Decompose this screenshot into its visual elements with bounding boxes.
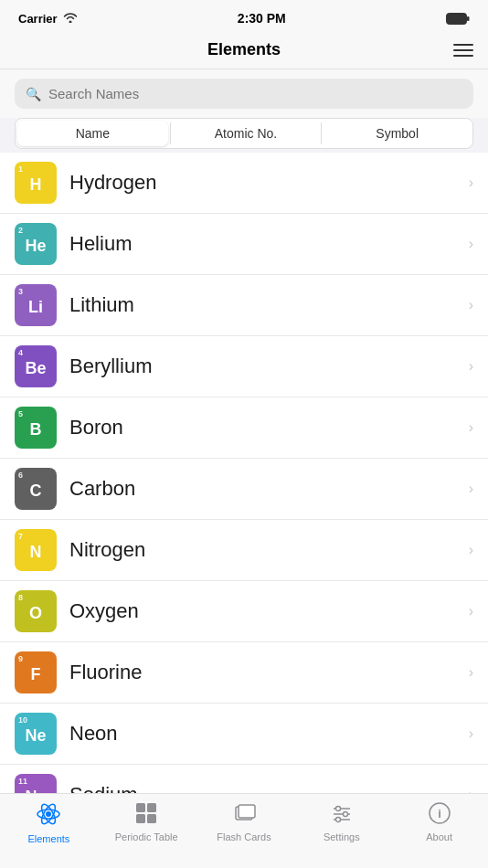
element-symbol: H <box>30 175 42 195</box>
segment-symbol[interactable]: Symbol <box>322 119 472 148</box>
status-time: 2:30 PM <box>238 11 286 26</box>
element-tile: 9 F <box>15 651 57 693</box>
element-symbol: Li <box>28 298 43 317</box>
chevron-right-icon: › <box>469 603 473 619</box>
status-battery <box>446 13 470 25</box>
tab-settings[interactable]: Settings <box>292 801 390 842</box>
element-tile: 3 Li <box>15 284 57 326</box>
page-title: Elements <box>207 40 281 59</box>
element-row[interactable]: 1 H Hydrogen › <box>0 153 488 214</box>
flash-cards-icon <box>232 801 256 829</box>
element-name: Lithium <box>69 293 469 317</box>
element-row[interactable]: 7 N Nitrogen › <box>0 520 488 581</box>
svg-point-15 <box>335 807 340 811</box>
tab-settings-label: Settings <box>324 831 360 842</box>
element-number: 8 <box>18 593 23 602</box>
elements-list: 1 H Hydrogen › 2 He Helium › 3 Li Lithiu… <box>0 153 488 794</box>
element-number: 3 <box>18 287 23 296</box>
segment-name[interactable]: Name <box>17 121 168 146</box>
element-tile: 11 Na <box>15 774 57 794</box>
element-name: Beryllium <box>69 355 469 378</box>
element-name: Hydrogen <box>69 171 469 195</box>
element-name: Carbon <box>69 477 469 501</box>
tab-flash-cards[interactable]: Flash Cards <box>196 801 293 842</box>
element-name: Oxygen <box>69 599 469 623</box>
element-symbol: Be <box>25 359 46 378</box>
element-symbol: B <box>30 420 42 439</box>
svg-rect-0 <box>447 13 467 24</box>
element-row[interactable]: 3 Li Lithium › <box>0 275 488 336</box>
chevron-right-icon: › <box>469 236 473 252</box>
element-row[interactable]: 11 Na Sodium › <box>0 765 488 794</box>
svg-rect-9 <box>147 814 156 823</box>
menu-button[interactable] <box>453 44 473 57</box>
about-icon: i <box>428 801 451 829</box>
tab-bar: Elements Periodic Table Flash Cards <box>0 793 488 868</box>
element-symbol: N <box>30 543 42 562</box>
wifi-icon <box>63 12 78 26</box>
element-tile: 6 C <box>15 468 57 510</box>
tab-periodic-label: Periodic Table <box>115 831 178 842</box>
tab-flash-cards-label: Flash Cards <box>217 831 271 842</box>
search-icon: 🔍 <box>26 87 41 101</box>
element-tile: 1 H <box>15 162 57 204</box>
element-tile: 8 O <box>15 590 57 632</box>
segment-atomic-no[interactable]: Atomic No. <box>171 119 322 148</box>
element-symbol: F <box>31 665 41 684</box>
svg-rect-1 <box>467 16 470 21</box>
settings-icon <box>330 801 354 829</box>
element-row[interactable]: 10 Ne Neon › <box>0 704 488 765</box>
tab-elements-label: Elements <box>27 833 69 844</box>
element-number: 9 <box>18 654 23 663</box>
chevron-right-icon: › <box>469 175 473 191</box>
element-name: Nitrogen <box>69 538 469 562</box>
element-tile: 2 He <box>15 223 57 265</box>
element-row[interactable]: 4 Be Beryllium › <box>0 336 488 397</box>
element-symbol: He <box>25 237 46 256</box>
chevron-right-icon: › <box>469 481 473 497</box>
search-input[interactable] <box>48 86 462 101</box>
status-carrier: Carrier <box>18 12 78 26</box>
chevron-right-icon: › <box>469 725 473 742</box>
element-symbol: C <box>30 482 42 501</box>
tab-about-label: About <box>426 831 452 842</box>
chevron-right-icon: › <box>469 419 473 436</box>
element-row[interactable]: 8 O Oxygen › <box>0 581 488 642</box>
status-bar: Carrier 2:30 PM <box>0 0 488 33</box>
element-symbol: O <box>29 604 42 623</box>
element-number: 7 <box>18 532 23 541</box>
element-number: 6 <box>18 471 23 480</box>
element-number: 5 <box>18 409 23 418</box>
svg-rect-7 <box>147 803 156 812</box>
elements-icon <box>36 801 61 831</box>
element-row[interactable]: 5 B Boron › <box>0 397 488 459</box>
element-number: 2 <box>18 226 23 235</box>
search-bar: 🔍 <box>15 79 473 109</box>
carrier-text: Carrier <box>18 12 58 26</box>
element-tile: 4 Be <box>15 345 57 387</box>
element-name: Neon <box>69 722 469 746</box>
chevron-right-icon: › <box>469 358 473 375</box>
svg-point-17 <box>335 818 340 822</box>
chevron-right-icon: › <box>469 664 473 681</box>
element-row[interactable]: 6 C Carbon › <box>0 459 488 520</box>
tab-about[interactable]: i About <box>390 801 488 842</box>
element-tile: 5 B <box>15 407 57 449</box>
element-name: Boron <box>69 416 469 439</box>
periodic-table-icon <box>134 801 158 829</box>
svg-point-2 <box>46 811 51 817</box>
element-number: 11 <box>18 777 27 786</box>
element-row[interactable]: 2 He Helium › <box>0 214 488 275</box>
element-tile: 7 N <box>15 529 57 571</box>
search-container: 🔍 <box>0 69 488 118</box>
element-symbol: Ne <box>25 726 46 746</box>
element-row[interactable]: 9 F Fluorine › <box>0 642 488 704</box>
svg-point-16 <box>343 812 347 817</box>
header: Elements <box>0 33 488 69</box>
tab-elements[interactable]: Elements <box>0 801 98 844</box>
element-number: 4 <box>18 348 23 357</box>
tab-periodic-table[interactable]: Periodic Table <box>98 801 196 842</box>
battery-icon <box>446 13 470 25</box>
chevron-right-icon: › <box>469 542 473 558</box>
chevron-right-icon: › <box>469 297 473 313</box>
